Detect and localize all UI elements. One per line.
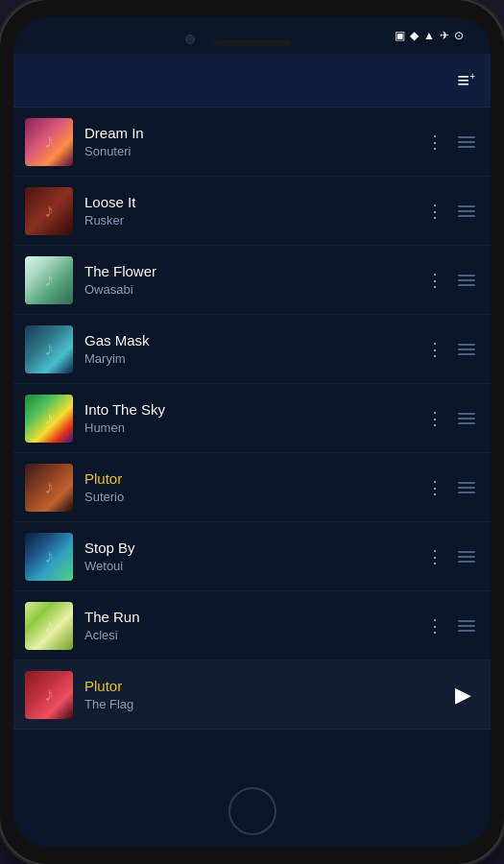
album-art [25,256,73,304]
drag-handle[interactable] [454,340,479,359]
track-thumbnail [25,118,73,166]
track-title: Plutor [84,678,447,694]
track-list: Dream InSonuteri⋮Loose ItRusker⋮The Flow… [13,108,491,847]
drag-line [458,146,475,148]
drag-line [458,275,475,276]
track-title: Loose It [84,194,422,210]
home-button[interactable] [228,787,276,835]
track-info: Loose ItRusker [84,194,422,228]
album-art [25,671,73,719]
track-artist: Suterio [84,490,422,504]
track-artist: Maryim [84,351,422,366]
track-thumbnail [25,256,73,304]
track-info: The FlowerOwasabi [84,263,422,297]
track-title: Into The Sky [84,401,422,418]
track-artist: Humen [84,420,422,435]
track-actions: ⋮ [422,197,479,226]
track-actions: ⋮ [422,335,479,364]
track-actions: ⋮ [422,404,479,433]
status-icons: ▣ ◆ ▲ ✈ ⊙ [395,29,464,42]
track-actions: ⋮ [422,266,479,295]
track-info: PlutorSuterio [84,470,422,504]
track-thumbnail [25,325,73,373]
drag-line [458,556,475,558]
more-options-button[interactable]: ⋮ [422,542,448,571]
phone-screen: ▣ ◆ ▲ ✈ ⊙ ≡+ Dream InSonuteri⋮Loose ItRu… [13,17,491,847]
drag-handle[interactable] [454,202,479,221]
track-actions: ⋮ [422,473,479,502]
drag-line [458,482,475,484]
drag-handle[interactable] [454,478,479,497]
track-item[interactable]: The FlowerOwasabi⋮ [13,246,491,315]
drag-line [458,141,475,143]
track-title: Dream In [84,125,422,141]
track-item[interactable]: Stop ByWetoui⋮ [13,522,491,591]
add-icon: ≡+ [457,68,475,93]
track-item[interactable]: The RunAclesi⋮ [13,591,491,660]
track-title: Gas Mask [84,332,422,348]
track-item[interactable]: Loose ItRusker⋮ [13,177,491,246]
signal-icon: ◆ [410,29,419,42]
track-artist: Owasabi [84,282,422,297]
status-bar: ▣ ◆ ▲ ✈ ⊙ [13,17,491,54]
drag-handle[interactable] [454,132,479,152]
drag-line [458,279,475,281]
track-thumbnail [25,602,73,650]
more-options-button[interactable]: ⋮ [422,266,448,295]
track-info: Gas MaskMaryim [84,332,422,366]
more-options-button[interactable]: ⋮ [422,128,448,156]
speaker [214,40,291,46]
track-artist: The Flag [84,697,447,711]
drag-line [458,625,475,627]
drag-line [458,205,475,207]
drag-line [458,284,475,286]
more-options-button[interactable]: ⋮ [422,197,448,226]
track-thumbnail [25,395,73,443]
more-options-button[interactable]: ⋮ [422,335,448,364]
more-options-button[interactable]: ⋮ [422,404,448,433]
drag-line [458,492,475,493]
drag-line [458,215,475,217]
track-actions: ▶ [447,679,479,711]
drag-line [458,620,475,622]
play-button[interactable]: ▶ [447,679,479,711]
drag-handle[interactable] [454,616,479,636]
track-thumbnail [25,464,73,512]
track-actions: ⋮ [422,128,479,156]
drag-line [458,348,475,350]
track-artist: Wetoui [84,559,422,573]
track-info: Dream InSonuteri [84,125,422,158]
drag-line [458,344,475,346]
track-item[interactable]: Gas MaskMaryim⋮ [13,315,491,384]
track-item[interactable]: Into The SkyHumen⋮ [13,384,491,453]
track-title: The Flower [84,263,422,279]
vibrate-icon: ▣ [395,29,405,42]
track-item[interactable]: PlutorThe Flag▶ [13,660,491,730]
drag-handle[interactable] [454,547,479,566]
airplane-icon: ✈ [440,29,449,42]
track-info: Into The SkyHumen [84,401,422,435]
phone-frame: ▣ ◆ ▲ ✈ ⊙ ≡+ Dream InSonuteri⋮Loose ItRu… [0,0,504,864]
album-art [25,533,73,581]
track-title: Stop By [84,540,422,556]
drag-line [458,418,475,420]
more-options-button[interactable]: ⋮ [422,473,448,502]
track-item[interactable]: Dream InSonuteri⋮ [13,108,491,177]
track-artist: Aclesi [84,628,422,642]
track-item[interactable]: PlutorSuterio⋮ [13,453,491,522]
album-art [25,118,73,166]
drag-line [458,353,475,355]
drag-handle[interactable] [454,409,479,428]
drag-line [458,630,475,632]
drag-line [458,422,475,424]
track-title: Plutor [84,470,422,487]
drag-handle[interactable] [454,271,479,290]
alarm-icon: ⊙ [454,29,464,42]
drag-line [458,551,475,553]
track-thumbnail [25,187,73,235]
app-header: ≡+ [13,54,491,108]
add-to-queue-button[interactable]: ≡+ [457,68,475,93]
more-options-button[interactable]: ⋮ [422,612,448,640]
track-artist: Sonuteri [84,144,422,158]
album-art [25,325,73,373]
